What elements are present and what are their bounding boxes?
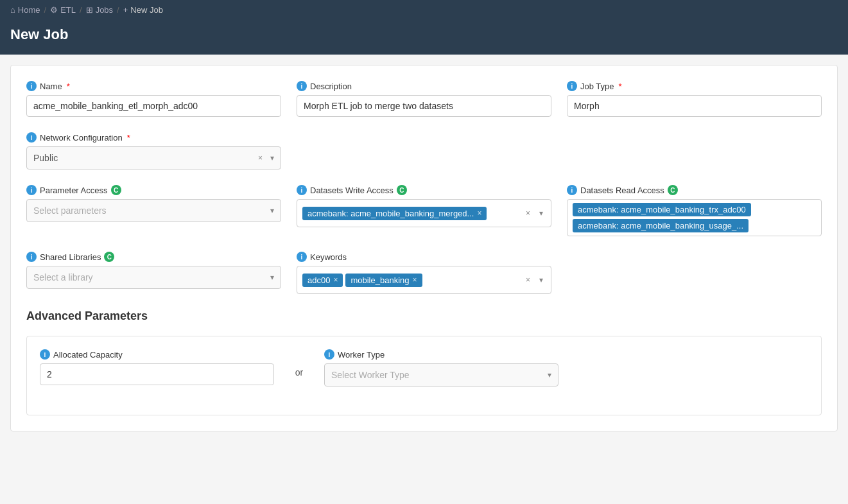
libraries-green-badge[interactable]: C: [104, 252, 114, 262]
advanced-box: i Allocated Capacity or i Worker Type Se…: [26, 336, 822, 415]
network-select[interactable]: Public × ▾: [26, 146, 281, 169]
param-chevron-icon: ▾: [270, 206, 274, 215]
keyword-tag-1: mobile_banking ×: [345, 274, 422, 287]
read-tag-1: acmebank: acme_mobile_banking_usage_...: [573, 219, 748, 232]
col-allocated-capacity: i Allocated Capacity: [40, 349, 274, 385]
breadcrumb-home[interactable]: Home: [18, 5, 40, 15]
read-tag-0: acmebank: acme_mobile_banking_trx_adc00: [573, 203, 751, 216]
breadcrumb-sep2: /: [80, 5, 82, 15]
worker-type-chevron-icon: ▾: [548, 370, 551, 379]
write-chevron-icon[interactable]: ▾: [537, 207, 546, 219]
name-required: *: [67, 82, 70, 91]
parameter-select[interactable]: Select parameters ▾: [26, 199, 281, 222]
libraries-label: i Shared Libraries C: [26, 252, 281, 262]
keywords-clear-btn[interactable]: ×: [523, 274, 533, 286]
form-content: i Name * i Description i Job Type *: [10, 65, 838, 431]
worker-type-label: i Worker Type: [324, 349, 558, 360]
name-info-icon: i: [26, 81, 37, 91]
keywords-tagbox[interactable]: adc00 × mobile_banking × × ▾: [297, 266, 551, 294]
col-worker-type: i Worker Type Select Worker Type ▾: [324, 349, 558, 387]
keyword-tag-0-text: adc00: [307, 275, 330, 285]
row-network: i Network Configuration * Public × ▾: [26, 132, 822, 169]
network-clear-btn[interactable]: ×: [258, 153, 263, 162]
keyword-tag-1-remove[interactable]: ×: [413, 275, 417, 284]
parameter-placeholder: Select parameters: [33, 205, 107, 216]
jobtype-info-icon: i: [567, 81, 577, 91]
write-green-badge[interactable]: C: [397, 185, 407, 195]
write-tag-0: acmebank: acme_mobile_banking_merged... …: [302, 207, 487, 220]
libraries-info-icon: i: [26, 252, 37, 262]
new-icon: +: [123, 5, 128, 15]
worker-type-info-icon: i: [324, 349, 334, 360]
write-access-label: i Datasets Write Access C: [297, 185, 551, 195]
breadcrumb: ⌂ Home / ⚙ ETL / ⊞ Jobs / + New Job: [0, 0, 848, 20]
row-params-datasets: i Parameter Access C Select parameters ▾…: [26, 185, 822, 236]
write-info-icon: i: [297, 185, 307, 195]
network-value: Public: [33, 153, 58, 163]
home-icon: ⌂: [10, 5, 15, 15]
jobtype-label: i Job Type *: [567, 81, 822, 91]
name-input[interactable]: [26, 95, 281, 117]
write-clear-btn[interactable]: ×: [523, 207, 533, 219]
param-info-icon: i: [26, 185, 37, 195]
row-libraries-keywords: i Shared Libraries C Select a library ▾ …: [26, 252, 822, 294]
network-chevron-icon: ▾: [270, 153, 274, 162]
write-tagbox-controls: × ▾: [523, 207, 546, 219]
write-tag-0-text: acmebank: acme_mobile_banking_merged...: [307, 209, 474, 218]
read-access-label: i Datasets Read Access C: [567, 185, 822, 195]
breadcrumb-etl[interactable]: ETL: [60, 5, 76, 15]
read-tag-1-text: acmebank: acme_mobile_banking_usage_...: [578, 221, 743, 230]
col-description: i Description: [297, 81, 551, 117]
write-tag-0-remove[interactable]: ×: [477, 209, 481, 218]
read-green-badge[interactable]: C: [668, 185, 678, 195]
page-title: New Job: [0, 20, 848, 55]
capacity-info-icon: i: [40, 349, 50, 360]
breadcrumb-sep1: /: [44, 5, 47, 15]
libraries-placeholder: Select a library: [33, 272, 93, 282]
etl-icon: ⚙: [50, 5, 58, 15]
row-name-desc-jobtype: i Name * i Description i Job Type *: [26, 81, 822, 117]
param-green-badge[interactable]: C: [111, 185, 121, 195]
keywords-chevron-icon[interactable]: ▾: [537, 274, 546, 286]
worker-type-select[interactable]: Select Worker Type ▾: [324, 363, 558, 387]
description-label: i Description: [297, 81, 551, 91]
capacity-label: i Allocated Capacity: [40, 349, 274, 360]
keyword-tag-0: adc00 ×: [302, 274, 343, 287]
col-datasets-write: i Datasets Write Access C acmebank: acme…: [297, 185, 551, 227]
keyword-tag-1-text: mobile_banking: [350, 275, 409, 285]
col-name: i Name *: [26, 81, 281, 117]
jobs-icon: ⊞: [86, 5, 93, 15]
read-access-tagbox[interactable]: acmebank: acme_mobile_banking_trx_adc00 …: [567, 199, 822, 236]
advanced-section-title: Advanced Parameters: [26, 309, 822, 323]
jobtype-input[interactable]: [567, 95, 822, 117]
worker-type-placeholder: Select Worker Type: [331, 370, 410, 380]
breadcrumb-sep3: /: [117, 5, 119, 15]
name-label: i Name *: [26, 81, 281, 91]
network-label: i Network Configuration *: [26, 132, 281, 143]
libraries-chevron-icon: ▾: [270, 273, 274, 282]
read-tag-0-text: acmebank: acme_mobile_banking_trx_adc00: [578, 205, 746, 214]
read-info-icon: i: [567, 185, 577, 195]
keywords-info-icon: i: [297, 252, 307, 262]
keywords-label: i Keywords: [297, 252, 551, 262]
write-access-tagbox[interactable]: acmebank: acme_mobile_banking_merged... …: [297, 199, 551, 227]
keywords-tagbox-controls: × ▾: [523, 274, 546, 286]
col-jobtype: i Job Type *: [567, 81, 822, 117]
network-required: *: [127, 133, 130, 143]
col-keywords: i Keywords adc00 × mobile_banking × × ▾: [297, 252, 551, 294]
col-datasets-read: i Datasets Read Access C acmebank: acme_…: [567, 185, 822, 236]
col-network: i Network Configuration * Public × ▾: [26, 132, 281, 169]
or-label: or: [290, 349, 309, 378]
keyword-tag-0-remove[interactable]: ×: [333, 275, 338, 284]
advanced-row: i Allocated Capacity or i Worker Type Se…: [40, 349, 808, 387]
col-shared-libraries: i Shared Libraries C Select a library ▾: [26, 252, 281, 289]
network-info-icon: i: [26, 132, 37, 143]
breadcrumb-jobs[interactable]: Jobs: [96, 5, 113, 15]
description-input[interactable]: [297, 95, 551, 117]
breadcrumb-current: New Job: [130, 5, 163, 15]
libraries-select[interactable]: Select a library ▾: [26, 266, 281, 289]
col-parameter-access: i Parameter Access C Select parameters ▾: [26, 185, 281, 222]
desc-info-icon: i: [297, 81, 307, 91]
jobtype-required: *: [619, 82, 622, 91]
capacity-input[interactable]: [40, 363, 274, 385]
